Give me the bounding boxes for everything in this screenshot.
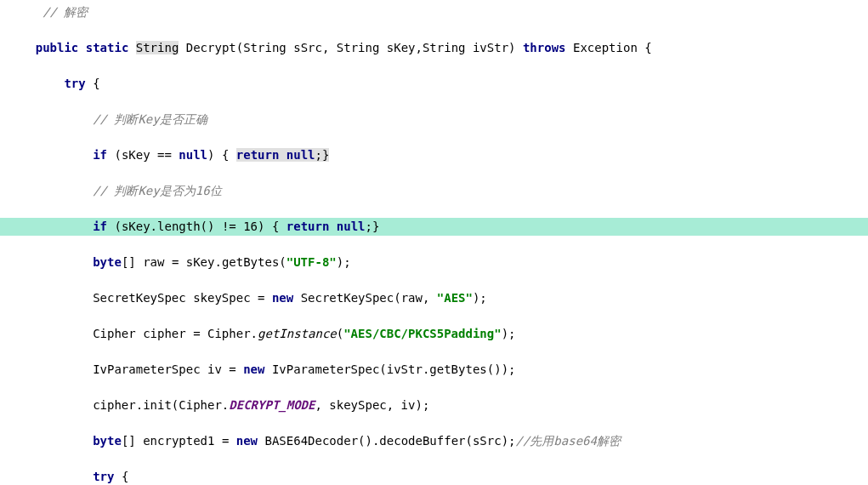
highlighted-line: if (sKey.length() != 16) { return null;} bbox=[0, 218, 868, 236]
code-block: // 解密 public static String Decrypt(Strin… bbox=[0, 0, 868, 485]
code-line: byte[] raw = sKey.getBytes("UTF-8"); bbox=[0, 254, 868, 271]
code-line: SecretKeySpec skeySpec = new SecretKeySp… bbox=[0, 289, 868, 307]
code-line: // 解密 bbox=[0, 3, 868, 21]
code-line: try { bbox=[0, 468, 868, 485]
code-line: if (sKey == null) { return null;} bbox=[0, 146, 868, 164]
code-line: byte[] encrypted1 = new BASE64Decoder().… bbox=[0, 432, 868, 450]
code-line: public static String Decrypt(String sSrc… bbox=[0, 39, 868, 57]
code-line: cipher.init(Cipher.DECRYPT_MODE, skeySpe… bbox=[0, 397, 868, 414]
comment: // 解密 bbox=[43, 5, 88, 19]
code-line: // 判断Key是否为16位 bbox=[0, 182, 868, 200]
code-line: // 判断Key是否正确 bbox=[0, 111, 868, 128]
code-line: try { bbox=[0, 75, 868, 93]
code-line: Cipher cipher = Cipher.getInstance("AES/… bbox=[0, 325, 868, 343]
code-line: IvParameterSpec iv = new IvParameterSpec… bbox=[0, 361, 868, 379]
